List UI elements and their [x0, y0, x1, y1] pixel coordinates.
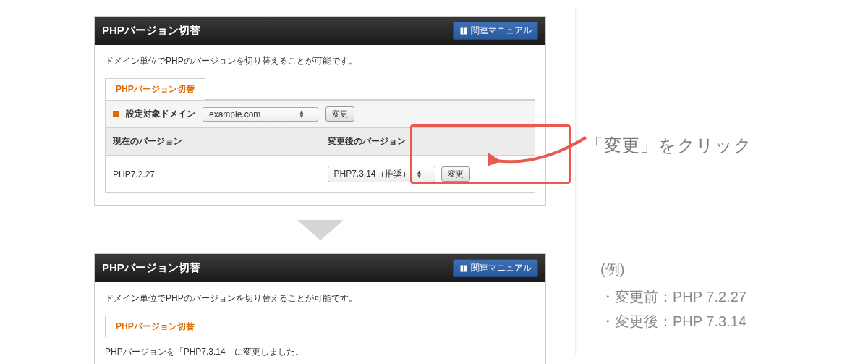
col-current-version: 現在のバージョン: [106, 128, 320, 155]
panel-title: PHPバージョン切替: [102, 261, 200, 275]
panel-header: PHPバージョン切替 関連マニュアル: [95, 17, 545, 45]
col-after-version: 変更後のバージョン: [320, 128, 535, 155]
vertical-divider: [575, 7, 577, 355]
related-manual-button[interactable]: 関連マニュアル: [453, 22, 538, 40]
version-change-button[interactable]: 変更: [441, 166, 470, 182]
panel-before: PHPバージョン切替 関連マニュアル ドメイン単位でPHPのバージョンを切り替え…: [94, 16, 546, 206]
updown-icon: ▲▼: [417, 170, 422, 179]
panel-body: ドメイン単位でPHPのバージョンを切り替えることが可能です。 PHPバージョン切…: [95, 282, 545, 364]
settings-table: 設定対象ドメイン example.com ▲▼ 変更 現在のバージョン 変更後の…: [105, 100, 535, 193]
example-head: (例): [600, 257, 746, 282]
square-bullet-icon: [113, 111, 119, 117]
after-version-select[interactable]: PHP7.3.14（推奨） ▲▼: [328, 166, 436, 182]
tab-php-version[interactable]: PHPバージョン切替: [105, 78, 205, 100]
example-line-before: ・変更前：PHP 7.2.27: [600, 284, 746, 309]
manual-button-label: 関連マニュアル: [471, 262, 532, 274]
book-icon: [459, 264, 468, 273]
domain-row: 設定対象ドメイン example.com ▲▼ 変更: [106, 101, 535, 128]
domain-change-button[interactable]: 変更: [326, 106, 354, 122]
left-column: PHPバージョン切替 関連マニュアル ドメイン単位でPHPのバージョンを切り替え…: [94, 16, 546, 364]
down-arrow-icon: [297, 220, 344, 240]
panel-body: ドメイン単位でPHPのバージョンを切り替えることが可能です。 PHPバージョン切…: [95, 45, 545, 205]
result-message: PHPバージョンを「PHP7.3.14」に変更しました。: [105, 346, 535, 358]
panel-header: PHPバージョン切替 関連マニュアル: [95, 254, 545, 282]
panel-after: PHPバージョン切替 関連マニュアル ドメイン単位でPHPのバージョンを切り替え…: [94, 253, 546, 364]
version-header-row: 現在のバージョン 変更後のバージョン: [106, 128, 535, 156]
manual-button-label: 関連マニュアル: [471, 25, 532, 37]
after-version-cell: PHP7.3.14（推奨） ▲▼ 変更: [320, 156, 535, 192]
domain-select[interactable]: example.com ▲▼: [203, 107, 318, 122]
related-manual-button[interactable]: 関連マニュアル: [453, 259, 538, 277]
description-text: ドメイン単位でPHPのバージョンを切り替えることが可能です。: [105, 292, 535, 305]
current-version-cell: PHP7.2.27: [106, 156, 320, 192]
domain-select-value: example.com: [209, 109, 260, 119]
panel-title: PHPバージョン切替: [102, 24, 200, 38]
tab-php-version[interactable]: PHPバージョン切替: [105, 316, 205, 337]
example-block: (例) ・変更前：PHP 7.2.27 ・変更後：PHP 7.3.14: [600, 257, 746, 334]
book-icon: [459, 27, 468, 35]
after-version-value: PHP7.3.14（推奨）: [334, 168, 411, 180]
domain-label: 設定対象ドメイン: [126, 108, 195, 120]
current-version-value: PHP7.2.27: [113, 169, 155, 179]
annotation-text: 「変更」をクリック: [586, 134, 752, 157]
description-text: ドメイン単位でPHPのバージョンを切り替えることが可能です。: [105, 55, 535, 67]
version-value-row: PHP7.2.27 PHP7.3.14（推奨） ▲▼ 変更: [106, 156, 535, 192]
example-line-after: ・変更後：PHP 7.3.14: [600, 309, 746, 334]
updown-icon: ▲▼: [299, 110, 305, 119]
